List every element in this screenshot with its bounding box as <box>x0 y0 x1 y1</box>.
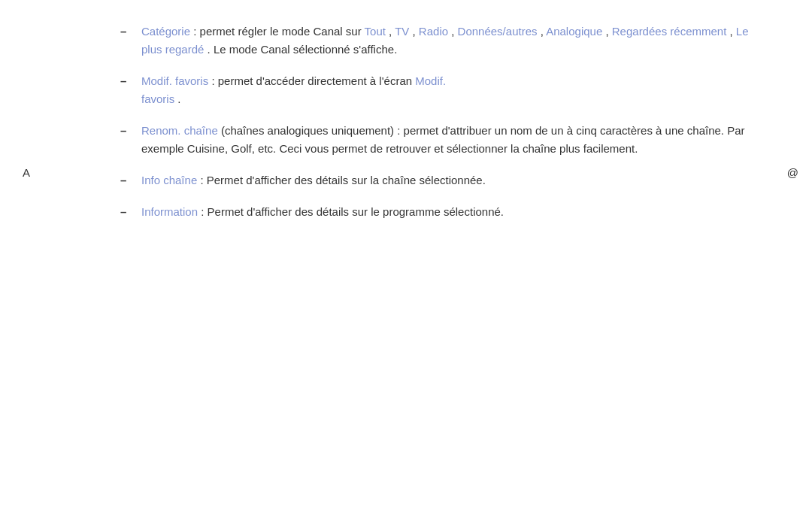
bullet-dash: – <box>120 122 135 140</box>
term-information: Information <box>141 205 198 218</box>
link-radio: Radio <box>419 25 448 38</box>
text-categorie-2: . Le mode Canal sélectionné s'affiche. <box>208 43 398 56</box>
bullet-text-info-chaine: Info chaîne : Permet d'afficher des déta… <box>141 171 767 189</box>
link-donnees: Données/autres <box>458 25 538 38</box>
link-tv: TV <box>395 25 409 38</box>
term-info-chaine: Info chaîne <box>141 174 197 186</box>
sep3: , <box>451 25 457 38</box>
text-information: : Permet d'afficher des détails sur le p… <box>201 205 504 218</box>
content-area: – Catégorie : permet régler le mode Cana… <box>120 23 767 221</box>
margin-label-at: @ <box>787 164 798 182</box>
sep2: , <box>413 25 419 38</box>
list-item: – Information : Permet d'afficher des dé… <box>120 203 767 221</box>
bullet-list: – Catégorie : permet régler le mode Cana… <box>120 23 767 221</box>
bullet-dash: – <box>120 171 135 189</box>
bullet-text-renom: Renom. chaîne (chaînes analogiques uniqu… <box>141 122 767 158</box>
text-renom: (chaînes analogiques uniquement) : perme… <box>141 124 745 155</box>
text-info-chaine: : Permet d'afficher des détails sur la c… <box>200 174 485 186</box>
link-modif-favoris-3: favoris <box>141 92 174 105</box>
list-item: – Renom. chaîne (chaînes analogiques uni… <box>120 122 767 158</box>
bullet-dash: – <box>120 72 135 90</box>
bullet-text-modif: Modif. favoris : permet d'accéder direct… <box>141 72 767 108</box>
list-item: – Catégorie : permet régler le mode Cana… <box>120 23 767 59</box>
link-modif-favoris-2: Modif. <box>415 74 446 87</box>
sep1: , <box>389 25 395 38</box>
term-categorie: Catégorie <box>141 25 190 38</box>
term-modif-favoris: Modif. favoris <box>141 74 208 87</box>
list-item: – Info chaîne : Permet d'afficher des dé… <box>120 171 767 189</box>
list-item: – Modif. favoris : permet d'accéder dire… <box>120 72 767 108</box>
sep6: , <box>730 25 736 38</box>
margin-label-a: A <box>23 164 30 182</box>
bullet-text-categorie: Catégorie : permet régler le mode Canal … <box>141 23 767 59</box>
text-categorie-1: : permet régler le mode Canal sur <box>193 25 364 38</box>
bullet-dash: – <box>120 23 135 41</box>
text-modif-2: . <box>177 92 180 105</box>
link-tout: Tout <box>365 25 386 38</box>
page-container: A @ – Catégorie : permet régler le mode … <box>0 0 812 530</box>
sep5: , <box>605 25 611 38</box>
term-renom-chaine: Renom. chaîne <box>141 124 218 137</box>
text-modif-1: : permet d'accéder directement à l'écran <box>211 74 415 87</box>
bullet-text-information: Information : Permet d'afficher des déta… <box>141 203 767 221</box>
bullet-dash: – <box>120 203 135 221</box>
link-analogique: Analogique <box>546 25 602 38</box>
link-regardees: Regardées récemment <box>612 25 727 38</box>
